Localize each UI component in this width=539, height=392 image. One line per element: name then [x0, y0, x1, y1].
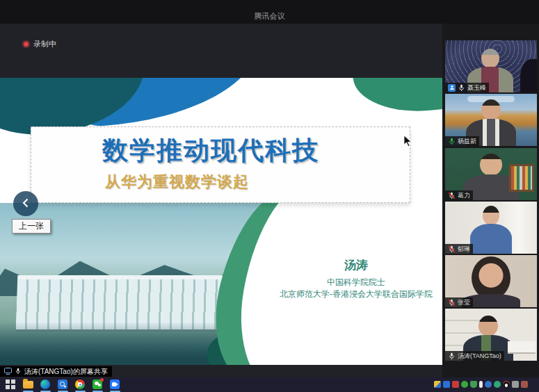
mic-speaking-icon	[448, 138, 456, 145]
participant-name: 葛力	[458, 191, 470, 200]
shared-slide: 数学推动现代科技 从华为重视数学谈起 汤涛 中国科学院院士 北京师范大学-香港浸…	[0, 78, 442, 365]
mic-muted-icon	[448, 245, 456, 253]
screen-share-banner: 汤涛(TANGTao)的屏幕共享	[0, 366, 112, 377]
speaker-name: 汤涛	[273, 257, 440, 273]
start-button[interactable]	[6, 379, 16, 390]
participant-name: 郁琳	[458, 245, 470, 254]
mic-on-icon	[448, 352, 456, 360]
slide-title-block: 数学推动现代科技 从华为重视数学谈起	[31, 126, 410, 203]
slide-subtitle: 从华为重视数学谈起	[105, 172, 410, 193]
previous-slide-button[interactable]	[13, 191, 38, 216]
participant-tile[interactable]: 汤涛(TANGTao)	[445, 309, 537, 361]
security-tray-icon[interactable]	[452, 381, 459, 388]
participant-nametag: 杨益新	[445, 136, 479, 146]
mic-tray-icon[interactable]	[479, 381, 483, 388]
participant-nametag: 葛力	[445, 190, 473, 200]
misc-tray-icon[interactable]	[521, 381, 528, 388]
participant-nametag: 郁琳	[445, 244, 473, 254]
window-title: 腾讯会议	[255, 11, 285, 22]
participant-name: 张莹	[458, 298, 470, 307]
mouse-cursor	[403, 135, 412, 150]
mic-on-icon	[458, 84, 465, 92]
participant-tile[interactable]: 郁琳	[445, 202, 537, 254]
mic-muted-icon	[448, 299, 456, 307]
gray-app-tray-icon[interactable]	[512, 381, 519, 388]
input-method-icon[interactable]	[434, 381, 441, 388]
file-explorer-icon[interactable]	[23, 379, 33, 390]
participant-tile[interactable]: 杨益新	[445, 94, 537, 146]
slide-decoration-green-corner	[351, 78, 442, 118]
speaker-affiliation: 北京师范大学-香港浸会大学联合国际学院	[273, 288, 440, 300]
wechat-icon[interactable]	[92, 379, 103, 390]
share-banner-label: 汤涛(TANGTao)的屏幕共享	[24, 367, 108, 377]
participant-tile[interactable]: 葛力	[445, 148, 537, 200]
participant-nametag: 聂玉峰	[445, 83, 489, 92]
recording-dot-icon	[24, 42, 29, 47]
windows-taskbar	[0, 377, 539, 392]
edge-icon[interactable]	[40, 379, 51, 390]
search-app-icon[interactable]	[58, 379, 68, 390]
green-app-tray-icon[interactable]	[494, 381, 501, 388]
participant-tile[interactable]: 张莹	[445, 255, 537, 307]
participant-nametag: 汤涛(TANGTao)	[445, 351, 504, 361]
mic-icon	[15, 368, 22, 376]
person-badge-icon	[448, 84, 456, 92]
clock-tray-icon[interactable]	[461, 381, 468, 388]
slide-title: 数学推动现代科技	[102, 133, 410, 168]
participant-nametag: 张莹	[445, 297, 473, 307]
recording-label: 录制中	[33, 39, 56, 49]
shield-tray-icon[interactable]	[470, 381, 477, 388]
speaker-title: 中国科学院院士	[273, 277, 440, 288]
mic-muted-icon	[448, 192, 456, 199]
previous-slide-tooltip: 上一张	[12, 219, 51, 234]
chrome-icon[interactable]	[75, 379, 86, 390]
desktop: 腾讯会议 录制中 数学推动现代科技 从华为重视数学谈起	[0, 0, 539, 392]
participant-name: 聂玉峰	[467, 83, 486, 92]
network-tray-icon[interactable]	[485, 381, 492, 388]
participant-name: 汤涛(TANGTao)	[458, 352, 501, 361]
recording-indicator: 录制中	[24, 39, 56, 49]
participant-name: 杨益新	[458, 137, 476, 146]
chevron-left-icon	[22, 198, 30, 210]
participants-sidebar[interactable]: 聂玉峰 杨益新 葛力	[442, 24, 539, 377]
participant-tile[interactable]: 聂玉峰	[445, 40, 537, 92]
qq-tray-icon[interactable]	[503, 381, 510, 388]
meeting-main-area: 录制中 数学推动现代科技 从华为重视数学谈起 汤涛 中国科学院院士 北京师	[0, 24, 442, 377]
meeting-tray-icon[interactable]	[443, 381, 450, 388]
speaker-info: 汤涛 中国科学院院士 北京师范大学-香港浸会大学联合国际学院	[273, 257, 440, 300]
screen-share-icon	[4, 368, 12, 376]
tencent-meeting-icon[interactable]	[110, 379, 120, 390]
system-tray	[434, 381, 528, 388]
window-title-bar[interactable]: 腾讯会议	[0, 0, 539, 24]
